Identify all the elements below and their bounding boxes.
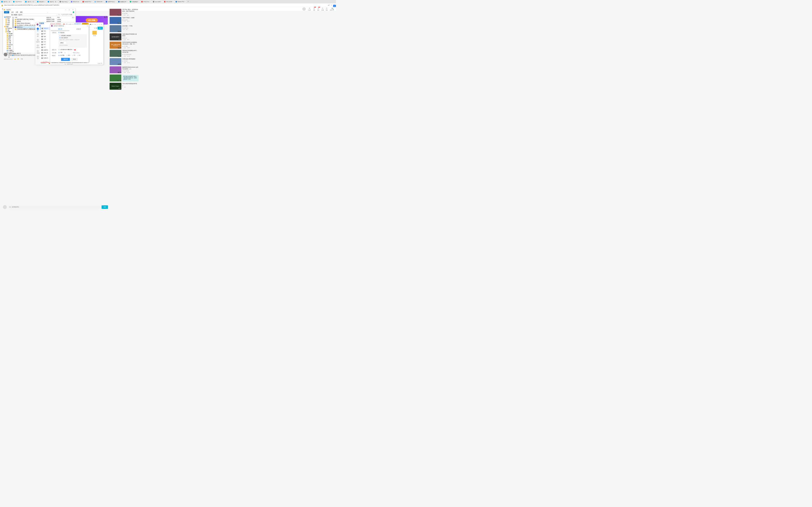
tab-close-icon[interactable]: ×: [161, 1, 162, 2]
rec-thumbnail[interactable]: 06:53: [109, 74, 121, 81]
rec-thumbnail[interactable]: Windows Progress:03:34: [109, 83, 121, 90]
browser-tab[interactable]: 瑞昱 RTL8111×: [105, 0, 117, 3]
cloud-button[interactable]: ☁: [333, 5, 336, 7]
recommendation-item[interactable]: 01:35开Windows 2000电脑啦!◉ 大越南游▷ 1.3万▤ 22: [109, 58, 139, 65]
settings-icon[interactable]: ⚙: [95, 24, 96, 25]
recommendation-item[interactable]: 如何升级主板BIOS01:49华硕主板如何升级更新主板BIOS◉ 胖哥说▷ 2.…: [109, 33, 139, 40]
leftnav-item[interactable]: 同步空间: [36, 39, 40, 43]
browser-tab[interactable]: 回忆20年前玩×: [12, 0, 24, 3]
radio-has-code[interactable]: 有提取码: [58, 32, 64, 33]
browser-tab[interactable]: 消息中心 - 私×: [47, 0, 58, 3]
browser-tab[interactable]: 搭建家庭 NA×: [117, 0, 129, 3]
browser-tab[interactable]: 消息中心 - 私×: [24, 0, 36, 3]
maximize-button[interactable]: ▢: [68, 9, 71, 11]
ribbon-tab-home[interactable]: 主页: [11, 11, 13, 13]
tab-close-icon[interactable]: ×: [150, 1, 151, 2]
topbar-icon-大会员[interactable]: ◇大会员: [308, 7, 311, 11]
leftnav-item[interactable]: 工具: [37, 56, 39, 59]
like-icon[interactable]: 👍: [14, 58, 16, 60]
leftnav-item[interactable]: 好友: [37, 33, 39, 37]
browser-tab[interactable]: r8168-8.049×: [94, 0, 105, 3]
dialog-close-button[interactable]: ✕: [87, 25, 88, 26]
sidebar-item[interactable]: 隐藏空间: [40, 49, 50, 51]
code-input[interactable]: [59, 42, 66, 44]
tab-close-icon[interactable]: ×: [92, 1, 93, 2]
radio-random-code[interactable]: 系统随机生成提取码: [59, 35, 71, 37]
tab-link-share[interactable]: 链接分享: [51, 27, 69, 31]
sidebar-item[interactable]: 文档: [40, 38, 50, 41]
leftnav-item[interactable]: 一刻相册: [36, 50, 40, 54]
topbar-icon-动态[interactable]: ◇动态58: [317, 7, 319, 11]
refresh-icon[interactable]: ↻: [58, 14, 59, 15]
topbar-icon-历史[interactable]: ◇历史: [326, 7, 328, 11]
sidebar-item[interactable]: 我的分享: [40, 51, 50, 54]
browser-tab[interactable]: 创作中心 - 直×: [0, 0, 12, 3]
close-button[interactable]: ✕: [71, 9, 75, 11]
topbar-icon-收藏[interactable]: ◇收藏: [321, 7, 323, 11]
rec-thumbnail[interactable]: 07:34: [109, 25, 121, 32]
rec-thumbnail[interactable]: 01:55: [109, 9, 121, 16]
publish-button[interactable]: 发布: [98, 26, 103, 30]
breadcrumb[interactable]: 🖥 › 此电脑 › U 盘 (F:) ⌄ ↻: [11, 14, 60, 16]
scroll-thumb[interactable]: [12, 19, 14, 28]
checkbox-autofill[interactable]: 分享链接自动填充提取码: [58, 49, 72, 50]
rec-thumbnail[interactable]: 01:35: [109, 58, 121, 65]
sidebar-item[interactable]: 快捷访问: [40, 57, 50, 59]
header-type[interactable]: 类型: [56, 16, 66, 18]
rec-thumbnail[interactable]: 17:09: [109, 66, 121, 73]
grid-view-icon[interactable]: ⊞: [96, 27, 97, 29]
browser-tab[interactable]: Realtek RTL8×: [175, 0, 187, 3]
scroll-up-arrow[interactable]: [12, 17, 14, 18]
chevron-down-icon[interactable]: ⌄: [47, 12, 48, 13]
leftnav-item[interactable]: 首页: [37, 28, 39, 32]
radio-expiry[interactable]: 7天: [72, 55, 75, 56]
recommendation-item[interactable]: 06:53四川省凉山州西昌市 本地上门安装系统 联系方式（微信 138 8247…: [109, 74, 139, 81]
uploader-avatar[interactable]: [4, 53, 7, 56]
tab-send-friend[interactable]: 发给好友: [69, 27, 88, 31]
comment-send-button[interactable]: 发布: [101, 205, 108, 209]
radio-expiry[interactable]: 30天: [66, 55, 70, 56]
leftnav-item[interactable]: 企业认证: [36, 44, 40, 48]
browser-tab[interactable]: 5月最新编译×: [129, 0, 140, 3]
topbar-icon-创作中心[interactable]: ◇创作中心: [330, 7, 334, 11]
url-input[interactable]: [4, 4, 328, 6]
ad-cta[interactable]: 点击体验: [86, 18, 98, 22]
gift-icon[interactable]: 🎁: [49, 63, 50, 64]
rec-thumbnail[interactable]: 已踩坑 老电脑不要安装 Windows1107:01: [109, 42, 121, 49]
user-avatar[interactable]: [302, 7, 306, 11]
radio-custom-code[interactable]: 自定义提取码: [59, 37, 68, 38]
tab-close-icon[interactable]: ×: [10, 1, 11, 2]
browser-tab[interactable]: rtl8111/8168×: [163, 0, 174, 3]
minimize-button[interactable]: —: [97, 24, 98, 25]
recommendation-item[interactable]: 17:09翻箱倒柜得来的windows xp系统光盘安装（上）◉ Snow氧化氮…: [109, 66, 139, 73]
new-tab-button[interactable]: +: [187, 0, 190, 3]
tree-scrollbar[interactable]: [12, 16, 14, 52]
comment-input[interactable]: [8, 206, 100, 209]
tab-close-icon[interactable]: ×: [22, 1, 23, 2]
sidebar-item[interactable]: 音乐: [40, 41, 50, 43]
recommendation-item[interactable]: Windows Progress:03:34How to绕开联想硬盘保护系◉ ▷…: [109, 83, 139, 90]
browser-tab[interactable]: https://raw.g×: [59, 0, 70, 3]
browser-tab[interactable]: rtl8111H driv×: [70, 0, 81, 3]
game-icon[interactable]: 🎮: [90, 24, 91, 25]
recommendation-item[interactable]: 已踩坑 老电脑不要安装 Windows1107:01用15年前的笔记本电脑安装W…: [109, 42, 139, 49]
tab-close-icon[interactable]: ×: [34, 1, 35, 2]
tab-close-icon[interactable]: ×: [68, 1, 69, 2]
recommendation-item[interactable]: 02:11悄悄地给学校电脑装win8.1，说话地不要。◉ 夹缝生存的白旗子▷ 1…: [109, 50, 139, 57]
crumb-item[interactable]: 此电脑: [13, 14, 17, 15]
browser-tab[interactable]: rtl 8111 linux×: [140, 0, 152, 3]
recommendation-item[interactable]: 01:55WIN Max 2曝光，处理器性能更强，升级了散热系统◉ 车厢模特▷ …: [109, 9, 139, 16]
sidebar-item[interactable]: 我的文件: [40, 27, 50, 30]
ribbon-tab-view[interactable]: 查看: [20, 11, 22, 13]
tab-close-icon[interactable]: ×: [80, 1, 81, 2]
create-link-button[interactable]: 创建链接: [61, 58, 70, 61]
rec-thumbnail[interactable]: 如何升级主板BIOS01:49: [109, 33, 121, 40]
tab-close-icon[interactable]: ×: [57, 1, 57, 2]
nav-up-button[interactable]: ↑: [9, 14, 10, 15]
sidebar-item[interactable]: 种子: [40, 43, 50, 46]
radio-limited[interactable]: [64, 52, 65, 53]
list-view-icon[interactable]: ≡: [94, 27, 95, 29]
tab-close-icon[interactable]: ×: [173, 1, 173, 2]
recommendation-item[interactable]: 03:29几百字节毁掉一台电脑◉ AcianBlue▷ 9270▤ 18: [109, 17, 139, 24]
visitors-input[interactable]: [68, 52, 72, 53]
